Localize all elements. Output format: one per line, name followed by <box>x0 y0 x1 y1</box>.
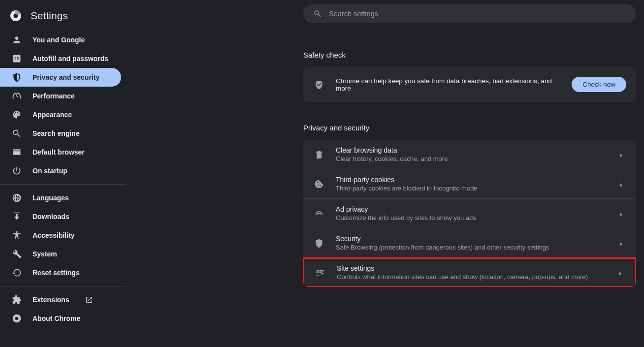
row-title: Clear browsing data <box>336 146 607 154</box>
sidebar-item-label: Reset settings <box>32 269 80 277</box>
row-sub: Third-party cookies are blocked in Incog… <box>336 185 607 192</box>
accessibility-icon <box>12 230 22 240</box>
download-icon <box>12 212 22 221</box>
safety-check-heading: Safety check <box>303 51 636 59</box>
sidebar-item-search-engine[interactable]: Search engine <box>0 124 126 143</box>
app-header: Settings <box>0 6 126 31</box>
sidebar-item-reset[interactable]: Reset settings <box>0 263 126 282</box>
search-icon <box>313 9 322 18</box>
sidebar-item-you-and-google[interactable]: You and Google <box>0 31 126 49</box>
sidebar-item-system[interactable]: System <box>0 245 126 263</box>
sidebar-item-label: Autofill and passwords <box>32 55 108 63</box>
sidebar-item-performance[interactable]: Performance <box>0 87 126 105</box>
globe-icon <box>12 193 22 203</box>
row-title: Third-party cookies <box>336 176 607 184</box>
row-text: Third-party cookies Third-party cookies … <box>336 176 607 192</box>
extension-icon <box>12 295 22 305</box>
shield-check-icon <box>314 80 324 90</box>
safety-check-text: Chrome can help keep you safe from data … <box>336 77 560 92</box>
sidebar-item-label: You and Google <box>32 36 85 44</box>
sidebar-item-downloads[interactable]: Downloads <box>0 207 126 226</box>
sidebar-item-label: Search engine <box>32 129 80 137</box>
safety-check-card: Chrome can help keep you safe from data … <box>303 67 636 102</box>
sidebar-item-label: Performance <box>32 92 75 100</box>
divider <box>0 286 126 286</box>
row-text: Site settings Controls what information … <box>337 264 606 281</box>
sidebar-item-extensions[interactable]: Extensions <box>0 290 126 309</box>
search-bar[interactable] <box>303 4 636 23</box>
row-title: Ad privacy <box>336 205 607 213</box>
privacy-list: Clear browsing data Clear history, cooki… <box>303 140 636 287</box>
privacy-heading: Privacy and security <box>303 124 636 132</box>
sidebar-item-label: Default browser <box>32 148 85 156</box>
power-icon <box>12 166 22 176</box>
row-title: Site settings <box>337 264 606 272</box>
sidebar-item-label: Languages <box>32 194 69 202</box>
divider <box>0 184 126 185</box>
browser-icon <box>12 147 22 157</box>
sidebar-item-label: About Chrome <box>32 315 80 322</box>
cookie-icon <box>314 179 324 189</box>
row-sub: Safe Browsing (protection from dangerous… <box>336 244 607 251</box>
security-icon <box>314 238 324 248</box>
row-ad-privacy[interactable]: Ad privacy Customize the info used by si… <box>303 199 636 228</box>
chevron-right-icon <box>618 211 624 217</box>
search-input[interactable] <box>329 10 626 18</box>
row-security[interactable]: Security Safe Browsing (protection from … <box>303 228 636 258</box>
sidebar-item-accessibility[interactable]: Accessibility <box>0 226 126 245</box>
ad-icon <box>314 209 324 219</box>
person-icon <box>12 35 22 45</box>
row-site-settings[interactable]: Site settings Controls what information … <box>303 257 636 287</box>
shield-icon <box>12 72 22 82</box>
sidebar-item-label: Appearance <box>32 111 72 119</box>
chrome-icon <box>12 314 22 323</box>
row-text: Security Safe Browsing (protection from … <box>336 235 607 251</box>
sidebar-item-languages[interactable]: Languages <box>0 189 126 207</box>
sidebar-item-autofill[interactable]: Autofill and passwords <box>0 49 126 68</box>
row-title: Security <box>336 235 607 243</box>
sidebar-item-default-browser[interactable]: Default browser <box>0 143 126 161</box>
search-icon <box>12 128 22 138</box>
speedometer-icon <box>12 91 22 101</box>
reset-icon <box>12 268 22 278</box>
svg-point-3 <box>15 317 19 320</box>
sidebar-item-label: On startup <box>32 167 67 175</box>
external-link-icon <box>85 296 93 304</box>
row-sub: Clear history, cookies, cache, and more <box>336 155 607 162</box>
sidebar-item-appearance[interactable]: Appearance <box>0 105 126 124</box>
tune-icon <box>315 268 325 278</box>
chrome-logo-icon <box>10 10 22 22</box>
main-area: Safety check Chrome can help keep you sa… <box>126 0 644 347</box>
search-bar-container <box>126 0 644 23</box>
sidebar: Settings You and Google Autofill and pas… <box>0 0 126 347</box>
chevron-right-icon <box>618 152 624 158</box>
sidebar-item-label: Privacy and security <box>32 73 99 81</box>
chevron-right-icon <box>617 270 623 276</box>
trash-icon <box>314 150 324 159</box>
row-third-party-cookies[interactable]: Third-party cookies Third-party cookies … <box>303 169 636 199</box>
chevron-right-icon <box>618 181 624 187</box>
row-text: Ad privacy Customize the info used by si… <box>336 205 607 221</box>
row-sub: Customize the info used by sites to show… <box>336 214 607 221</box>
sidebar-item-on-startup[interactable]: On startup <box>0 161 126 180</box>
sidebar-item-label: Extensions <box>32 296 69 304</box>
sidebar-item-label: Downloads <box>32 213 69 221</box>
check-now-button[interactable]: Check now <box>572 77 626 92</box>
sidebar-item-label: System <box>32 250 57 258</box>
content-area: Safety check Chrome can help keep you sa… <box>303 23 636 287</box>
sidebar-item-privacy-security[interactable]: Privacy and security <box>0 68 121 87</box>
row-clear-browsing-data[interactable]: Clear browsing data Clear history, cooki… <box>303 140 636 169</box>
wrench-icon <box>12 249 22 259</box>
sidebar-item-label: Accessibility <box>32 231 75 239</box>
autofill-icon <box>12 54 22 63</box>
chevron-right-icon <box>618 240 624 246</box>
row-sub: Controls what information sites can use … <box>337 273 606 281</box>
palette-icon <box>12 110 22 120</box>
row-text: Clear browsing data Clear history, cooki… <box>336 146 607 162</box>
app-title: Settings <box>31 10 68 22</box>
sidebar-item-about-chrome[interactable]: About Chrome <box>0 309 126 328</box>
